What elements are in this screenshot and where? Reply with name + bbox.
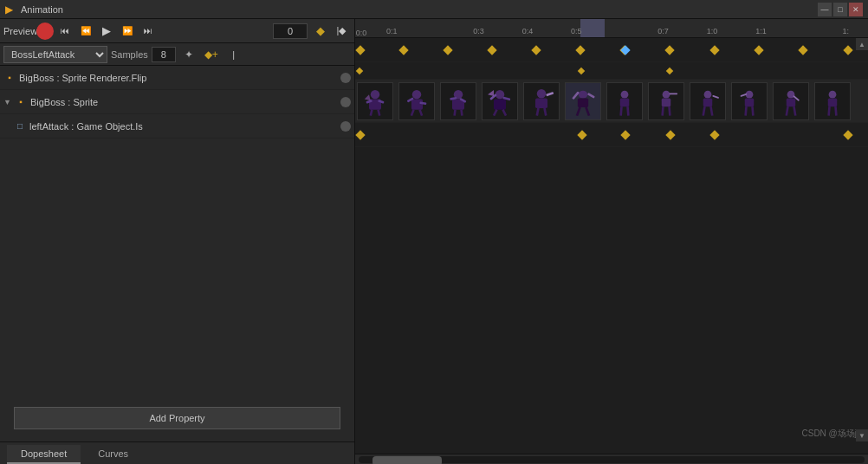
svg-rect-27 (535, 98, 547, 107)
svg-line-4 (371, 109, 372, 115)
scrollbar-thumb[interactable] (372, 456, 442, 464)
close-button[interactable]: ✕ (849, 3, 863, 16)
sprite-frame-6 (565, 82, 601, 120)
keyframe (843, 130, 852, 139)
main-container: Preview ⏮ ⏪ ▶ ⏩ ⏭ ◆ |◆ BossLeftAttack Sa… (0, 19, 868, 464)
samples-input[interactable] (152, 47, 176, 62)
prop-dot-3 (340, 121, 351, 132)
keyframe (665, 130, 675, 139)
prop-dot-2 (340, 97, 351, 107)
step-back-button[interactable]: ⏪ (76, 22, 95, 41)
svg-line-45 (670, 106, 670, 116)
sprite-svg-4 (488, 86, 512, 117)
animation-icon: ▶ (5, 3, 17, 16)
prop-dot-1 (340, 73, 351, 83)
tab-dopesheet[interactable]: Dopesheet (7, 445, 81, 464)
property-row-sprite-renderer[interactable]: ▪ BigBoss : Sprite Renderer.Flip (0, 66, 354, 90)
ruler-mark-05: 0:5 (571, 27, 582, 35)
sprite-frame-7 (606, 82, 643, 120)
svg-line-44 (663, 106, 664, 116)
keyframe (664, 45, 674, 55)
skip-forward-button[interactable]: ⏭ (139, 22, 158, 41)
add-property-button[interactable]: Add Property (14, 407, 340, 429)
add-property-container: Add Property (0, 395, 354, 441)
sprite-svg-1 (363, 86, 387, 117)
svg-line-24 (503, 109, 507, 115)
keyframe (356, 67, 363, 74)
svg-line-23 (494, 109, 497, 115)
animation-dropdown[interactable]: BossLeftAttack (3, 46, 107, 63)
svg-line-18 (462, 109, 463, 115)
sprite-svg-12 (820, 86, 845, 117)
timeline-scrollbar[interactable] (355, 454, 868, 464)
minimize-button[interactable]: — (818, 3, 832, 16)
svg-point-0 (371, 89, 380, 99)
svg-point-7 (412, 89, 422, 99)
svg-rect-32 (578, 98, 588, 107)
step-forward-button[interactable]: ⏩ (118, 22, 137, 41)
play-button[interactable]: ▶ (97, 22, 116, 41)
frame-input[interactable] (273, 23, 308, 39)
sprite-frame-12 (814, 82, 851, 120)
sprite-svg-2 (405, 86, 429, 117)
keyframe (798, 45, 807, 55)
keyframe (709, 130, 719, 139)
watermark: CSDN @场场jk (802, 428, 862, 440)
svg-line-54 (746, 106, 747, 116)
svg-line-63 (829, 106, 830, 116)
keyframe (577, 130, 586, 139)
svg-point-46 (704, 90, 712, 98)
keyframe (666, 67, 673, 74)
sprite-frame-4 (482, 82, 518, 120)
svg-rect-57 (787, 98, 796, 106)
timeline-panel: 0:0 0:1 0:3 0:4 0:5 0:7 1:0 1:1 1: (355, 19, 868, 464)
keyframe (487, 45, 496, 55)
svg-line-12 (420, 109, 423, 115)
tab-curves[interactable]: Curves (84, 445, 142, 464)
svg-point-56 (787, 90, 795, 98)
track-sprite-frames[interactable] (355, 80, 868, 123)
scroll-up-button[interactable]: ▲ (856, 38, 868, 50)
svg-rect-47 (703, 98, 713, 106)
keyframe (398, 45, 408, 55)
ruler-mark-03: 0:3 (473, 27, 484, 35)
sprite-name: BigBoss : Sprite (30, 97, 337, 107)
ruler-mark-04: 0:4 (522, 27, 534, 35)
properties-list: ▪ BigBoss : Sprite Renderer.Flip ▼ ▪ Big… (0, 66, 354, 395)
leftattack-name: leftAttack : Game Object.Is (29, 121, 337, 132)
record-button[interactable] (36, 23, 54, 40)
autokey-button[interactable]: ✦ (179, 45, 198, 64)
track-sprite-renderer[interactable] (355, 38, 868, 62)
svg-line-64 (836, 106, 837, 116)
keyframe-add-button[interactable]: ◆ (311, 22, 330, 41)
sprite-frame-10 (731, 82, 768, 120)
svg-point-31 (579, 90, 588, 98)
timeline-ruler: 0:0 0:1 0:3 0:4 0:5 0:7 1:0 1:1 1: (355, 19, 868, 38)
sprite-svg-10 (737, 86, 761, 117)
keyframe-nav-button[interactable]: |◆ (332, 22, 351, 41)
svg-rect-52 (745, 98, 755, 106)
keyframe (843, 45, 852, 55)
maximize-button[interactable]: □ (833, 3, 847, 16)
expand-arrow-sprite[interactable]: ▼ (3, 98, 11, 106)
skip-back-button[interactable]: ⏮ (55, 22, 74, 41)
title-bar: ▶ Animation — □ ✕ (0, 0, 868, 19)
keyframe (575, 45, 585, 55)
scroll-down-button[interactable]: ▼ (856, 429, 868, 441)
svg-point-37 (621, 90, 629, 98)
property-row-sprite[interactable]: ▼ ▪ BigBoss : Sprite (0, 90, 354, 114)
svg-point-41 (663, 90, 670, 98)
svg-line-36 (586, 107, 590, 116)
svg-line-29 (537, 107, 539, 115)
keyframe-insert-button[interactable]: ◆+ (202, 45, 221, 64)
track-flip[interactable] (355, 62, 868, 80)
sprite-frame-5 (523, 82, 560, 120)
property-row-leftattack[interactable]: □ leftAttack : Game Object.Is (0, 114, 354, 139)
svg-rect-48 (712, 94, 719, 98)
sprite-svg-8 (654, 86, 678, 117)
svg-rect-38 (620, 98, 630, 106)
sprite-frame-2 (398, 82, 435, 120)
keyframe-settings-button[interactable]: | (224, 45, 243, 64)
svg-line-39 (621, 106, 622, 116)
track-leftattack[interactable] (355, 123, 868, 147)
